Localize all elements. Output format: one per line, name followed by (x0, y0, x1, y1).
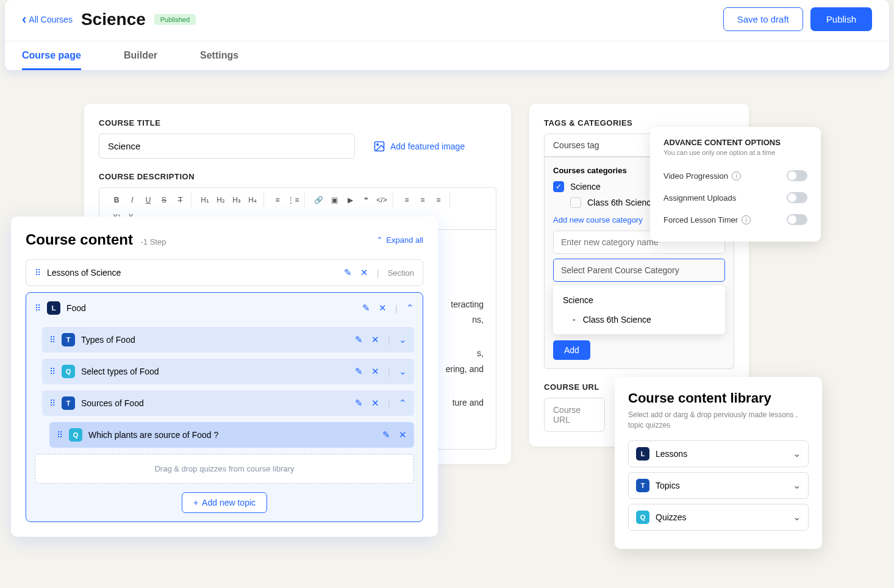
header-actions: Save to draft Publish (723, 7, 872, 31)
dropdown-item-class6[interactable]: Class 6th Science (553, 310, 725, 329)
section-row[interactable]: ⠿ Lessons of Science ✎ ✕ | Section (26, 259, 423, 286)
close-icon[interactable]: ✕ (399, 429, 407, 440)
chevron-up-icon[interactable]: ⌃ (399, 398, 407, 409)
featured-image-label: Add featured image (390, 142, 465, 151)
quiz-title: Which plants are source of Food ? (88, 430, 376, 440)
lesson-title: Food (66, 303, 356, 313)
lesson-badge-icon: L (47, 301, 60, 315)
lesson-block: ⠿ L Food ✎ ✕ | ⌃ ⠿ T Types of Food ✎ ✕ |… (26, 292, 423, 522)
close-icon[interactable]: ✕ (371, 398, 379, 409)
h3-button[interactable]: H₃ (229, 193, 244, 207)
close-icon[interactable]: ✕ (371, 366, 379, 377)
h4-button[interactable]: H₄ (245, 193, 260, 207)
library-row-label: Quizzes (656, 512, 787, 522)
advance-option-label: Forced Lesson Timer (663, 215, 738, 224)
top-header: All Courses Science Published Save to dr… (5, 0, 889, 70)
toggle-video-progression[interactable] (787, 170, 807, 181)
quote-button[interactable]: ❝ (359, 193, 373, 207)
ul-button[interactable]: ⋮≡ (286, 193, 301, 207)
align-right-button[interactable]: ≡ (431, 193, 446, 207)
underline-button[interactable]: U (141, 193, 156, 207)
drag-handle-icon[interactable]: ⠿ (57, 430, 63, 440)
edit-icon[interactable]: ✎ (355, 366, 363, 377)
quiz-badge-icon: Q (69, 428, 82, 442)
info-icon[interactable]: i (742, 215, 751, 224)
tab-course-page[interactable]: Course page (22, 50, 81, 70)
image-button[interactable]: ▣ (327, 193, 342, 207)
add-new-topic-button[interactable]: + Add new topic (182, 492, 267, 513)
close-icon[interactable]: ✕ (360, 267, 368, 278)
drag-handle-icon[interactable]: ⠿ (35, 268, 41, 278)
bold-button[interactable]: B (109, 193, 124, 207)
back-link[interactable]: All Courses (22, 12, 73, 27)
plus-icon: + (193, 498, 198, 507)
h1-button[interactable]: H₁ (198, 193, 212, 207)
clear-button[interactable]: T̶ (173, 193, 187, 207)
align-left-button[interactable]: ≡ (399, 193, 414, 207)
dropzone[interactable]: Drag & drop quizzes from course library (35, 454, 414, 484)
link-button[interactable]: 🔗 (311, 193, 326, 207)
lesson-row[interactable]: ⠿ L Food ✎ ✕ | ⌃ (35, 301, 414, 321)
chevron-up-icon: ⌃ (376, 235, 383, 245)
italic-button[interactable]: I (125, 193, 140, 207)
close-icon[interactable]: ✕ (379, 303, 387, 314)
topic-row[interactable]: ⠿ T Sources of Food ✎ ✕ | ⌃ (42, 390, 414, 416)
add-featured-image-button[interactable]: Add featured image (373, 140, 465, 152)
info-icon[interactable]: i (732, 171, 741, 181)
toggle-assignment-uploads[interactable] (787, 192, 807, 203)
quiz-row[interactable]: ⠿ Q Select types of Food ✎ ✕ | ⌄ (42, 359, 414, 384)
toggle-forced-timer[interactable] (787, 214, 807, 225)
library-row-lessons[interactable]: L Lessons ⌄ (628, 440, 809, 467)
drag-handle-icon[interactable]: ⠿ (35, 303, 41, 313)
library-row-topics[interactable]: T Topics ⌄ (628, 472, 809, 499)
advance-row-video: Video Progression i (663, 165, 807, 187)
quiz-badge-icon: Q (636, 511, 649, 524)
chevron-down-icon[interactable]: ⌄ (399, 366, 407, 377)
parent-category-select[interactable]: Select Parent Course Category (553, 259, 725, 282)
add-category-button[interactable]: Add (553, 340, 590, 360)
chevron-down-icon: ⌄ (793, 448, 801, 459)
image-plus-icon (373, 140, 385, 152)
quiz-row-nested[interactable]: ⠿ Q Which plants are source of Food ? ✎ … (49, 422, 414, 448)
edit-icon[interactable]: ✎ (344, 267, 352, 278)
dropdown-item-science[interactable]: Science (553, 290, 725, 310)
library-row-quizzes[interactable]: Q Quizzes ⌄ (628, 504, 809, 531)
advance-row-timer: Forced Lesson Timer i (663, 209, 807, 231)
strike-button[interactable]: S (157, 193, 171, 207)
topic-badge-icon: T (636, 479, 649, 492)
advance-options-panel: ADVANCE CONTENT OPTIONS You can use only… (650, 127, 821, 242)
page-title: Science (81, 10, 146, 29)
edit-icon[interactable]: ✎ (362, 303, 370, 314)
quiz-badge-icon: Q (62, 365, 75, 378)
topic-badge-icon: T (62, 333, 75, 346)
save-draft-button[interactable]: Save to draft (723, 7, 803, 31)
tab-settings[interactable]: Settings (200, 50, 238, 70)
expand-all-button[interactable]: ⌃ Expand all (376, 235, 423, 245)
video-button[interactable]: ▶ (343, 193, 357, 207)
close-icon[interactable]: ✕ (371, 334, 379, 345)
drag-handle-icon[interactable]: ⠿ (49, 335, 55, 345)
h2-button[interactable]: H₂ (213, 193, 228, 207)
drag-handle-icon[interactable]: ⠿ (49, 398, 55, 408)
code-button[interactable]: </> (374, 193, 389, 207)
edit-icon[interactable]: ✎ (355, 398, 363, 409)
tab-builder[interactable]: Builder (124, 50, 157, 70)
course-url-input[interactable]: Course URL (544, 398, 605, 432)
svg-point-1 (377, 143, 379, 145)
course-desc-label: COURSE DESCRIPTION (99, 172, 496, 181)
drag-handle-icon[interactable]: ⠿ (49, 367, 55, 376)
publish-button[interactable]: Publish (810, 7, 872, 31)
edit-icon[interactable]: ✎ (355, 334, 363, 345)
topic-badge-icon: T (62, 396, 75, 410)
library-title: Course content library (628, 390, 809, 406)
ol-button[interactable]: ≡ (270, 193, 285, 207)
checkbox-checked-icon[interactable]: ✓ (553, 181, 564, 192)
chevron-down-icon[interactable]: ⌄ (399, 334, 407, 345)
align-center-button[interactable]: ≡ (415, 193, 430, 207)
checkbox-icon[interactable] (570, 197, 581, 208)
topic-row[interactable]: ⠿ T Types of Food ✎ ✕ | ⌄ (42, 327, 414, 353)
chevron-up-icon[interactable]: ⌃ (406, 303, 414, 314)
edit-icon[interactable]: ✎ (382, 429, 390, 440)
course-title-input[interactable] (99, 134, 355, 159)
header-top-row: All Courses Science Published Save to dr… (5, 0, 889, 36)
